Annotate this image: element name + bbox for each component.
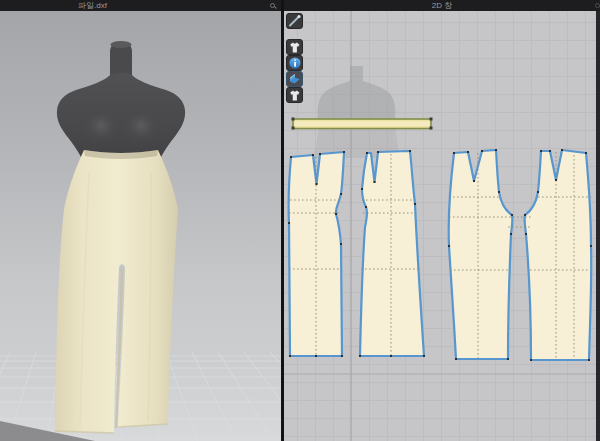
pattern-piece-waistband[interactable] <box>292 118 433 130</box>
pattern-piece-back-right[interactable] <box>525 150 592 360</box>
panel-2d: 2D 창 <box>284 0 600 441</box>
viewport-3d[interactable] <box>0 11 281 441</box>
detach-window-icon[interactable] <box>595 3 600 8</box>
info-icon <box>288 56 302 70</box>
fabric-swatch-icon <box>287 72 302 86</box>
panel-3d: 파일.dxf <box>0 0 281 441</box>
viewport-2d[interactable] <box>284 11 600 441</box>
titlebar-2d: 2D 창 <box>284 0 600 11</box>
titlebar-3d: 파일.dxf <box>0 0 281 11</box>
pattern-piece-front-right[interactable] <box>360 151 424 356</box>
garment-design-workspace: 파일.dxf <box>0 0 600 441</box>
needle-icon <box>287 14 302 28</box>
tshirt-icon <box>287 89 302 102</box>
show-garment-button[interactable] <box>286 39 303 55</box>
show-garment-button-2[interactable] <box>286 87 303 103</box>
panel-3d-title: 파일.dxf <box>78 0 107 11</box>
fabric-view-button[interactable] <box>286 71 303 87</box>
pattern-info-button[interactable] <box>286 55 303 71</box>
panel-2d-title: 2D 창 <box>432 0 452 11</box>
needle-tool-button[interactable] <box>286 13 303 29</box>
tshirt-icon <box>287 41 302 54</box>
pattern-piece-back-left[interactable] <box>449 150 513 359</box>
avatar-silhouette-2d <box>314 66 400 158</box>
detach-window-icon[interactable] <box>270 3 275 8</box>
2d-toolbar <box>286 13 303 103</box>
